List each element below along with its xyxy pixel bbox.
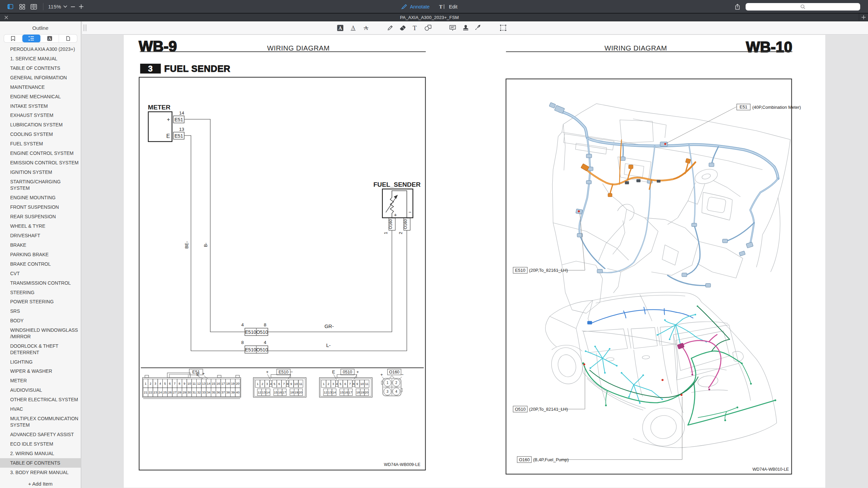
e51-mark-e: E [196,372,199,377]
callout-o160-desc: (B,4P,Fuel_Pump) [533,457,569,462]
outline-item[interactable]: ENGINE MECHANICAL [0,92,81,101]
comment-tool-icon[interactable] [448,23,458,33]
pencil-tool-icon[interactable] [385,23,395,33]
outline-item[interactable]: COOLING SYSTEM [0,130,81,139]
outline-item[interactable]: 3. BODY REPAIR MANUAL [0,468,81,477]
outline-item[interactable]: EMISSION CONTROL SYSTEM [0,158,81,168]
outline-item[interactable]: PARKING BRAKE [0,250,81,259]
add-item-label: Add Item [32,481,53,487]
pinout-pin-number: 14 [332,390,336,394]
outline-item[interactable]: DRIVESHAFT [0,231,81,240]
pinout-shape [333,374,337,380]
outline-item[interactable]: MULTIPLEX COMMUNICATION SYSTEM [0,414,81,430]
outline-item[interactable]: REAR SUSPENSION [0,212,81,221]
outline-item[interactable]: FUEL SYSTEM [0,139,81,149]
outline-item[interactable]: POWER STEERING [0,297,81,307]
tab-bookmarks[interactable] [4,35,22,42]
page-wb9[interactable]: WB-9 WIRING DIAGRAM 3 FUEL SENDER [124,35,474,488]
outline-item[interactable]: EXHAUST SYSTEM [0,111,81,120]
outline-item[interactable]: STEERING [0,288,81,297]
callout-e51: E51 (40P,Combination Meter) [666,104,801,143]
outline-item[interactable]: DOORLOCK & THEFT DETERRENT [0,341,81,357]
pinout-pin-number: 28 [178,390,181,394]
outline-item[interactable]: WHEEL & TYRE [0,221,81,231]
document-tab[interactable]: PA_AXIA_A300_2023+_FSM [0,14,859,21]
outline-item[interactable]: ENGINE CONTROL SYSTEM [0,149,81,158]
zoom-out-button[interactable] [70,0,76,13]
tab-annotations[interactable]: A [41,35,59,42]
page-wb10[interactable]: WIRING DIAGRAM WB-10 [474,35,825,488]
outline-item[interactable]: OTHER ELECTRICAL SYSTEM [0,395,81,405]
share-icon[interactable] [733,0,742,13]
outline-item[interactable]: BRAKE [0,240,81,250]
tab-pages[interactable] [59,35,77,42]
outline-item[interactable]: TABLE OF CONTENTS [0,458,81,468]
zoom-level[interactable]: 115% [48,0,61,13]
outline-item[interactable]: SRS [0,307,81,316]
outline-item[interactable]: HVAC [0,405,81,414]
stamp-tool-icon[interactable] [460,23,471,33]
outline-item[interactable]: IGNITION SYSTEM [0,168,81,177]
outline-item[interactable]: STARTING/CHARGING SYSTEM [0,177,81,193]
wire-label-b: B- [203,243,208,247]
outline-item[interactable]: TRANSMISSION CONTROL [0,278,81,288]
page-icon [66,36,70,41]
outline-item[interactable]: GENERAL INFORMATION [0,73,81,82]
thumbnail-grid-icon[interactable] [18,0,26,13]
tab-outline[interactable] [22,35,41,42]
outline-item[interactable]: METER [0,376,81,386]
pinout-pin-number: 1 [323,382,324,386]
tab-close-icon[interactable] [2,14,10,21]
outline-item[interactable]: LUBRICATION SYSTEM [0,120,81,130]
select-tool-icon[interactable] [498,23,508,33]
outline-item[interactable]: PERODUA AXIA A300 (2023+) [0,44,81,54]
zoom-menu-chevron-icon[interactable] [62,0,68,13]
junction1-left: E510 [245,329,256,335]
add-item-button[interactable]: + Add Item [0,481,81,487]
callout-o510-desc: (20P,To_82141_LH) [529,407,568,412]
outline-item[interactable]: BODY [0,316,81,326]
outline-item[interactable]: ECO IDLE SYSTEM [0,439,81,449]
text-tool-icon[interactable]: T [410,23,420,33]
outline-item[interactable]: AUDIOVISUAL [0,386,81,395]
strikethrough-tool-icon[interactable]: A [361,23,371,33]
junction2-rpin: 4 [264,340,267,345]
shapes-tool-icon[interactable] [423,23,433,33]
highlight-tool-icon[interactable]: A [335,23,345,33]
outline-item[interactable]: LIGHTING [0,357,81,367]
svg-text:A: A [338,25,342,30]
toolbar-drag-handle[interactable] [83,24,87,31]
outline-item[interactable]: INTAKE SYSTEM [0,101,81,111]
outline-item[interactable]: BRAKE CONTROL [0,259,81,269]
pinout-pin-number: 14 [266,390,270,394]
outline-item[interactable]: MAINTENANCE [0,82,81,92]
zoom-in-button[interactable] [78,0,84,13]
page-code-wb10: WB-10 [746,39,792,55]
sidebar-view-switcher: A [4,35,77,42]
outline-item[interactable]: WINDSHIELD WINDOWGLASS /MIRROR [0,326,81,342]
pinout-label: O160 [389,370,400,374]
eraser-tool-icon[interactable] [398,23,408,33]
edit-tab[interactable]: T Edit [439,0,457,13]
search-input[interactable] [746,3,860,11]
outline-item[interactable]: ENGINE MOUNTING [0,193,81,202]
outline-item[interactable]: 2. WIRING MANUAL [0,449,81,458]
annotate-tab[interactable]: Annotate [401,0,430,13]
outline-item[interactable]: ADVANCED SAFETY ASSIST [0,430,81,439]
outline-item[interactable]: WIPER & WASHER [0,367,81,376]
pinout-pin-number: 6 [278,382,280,386]
pin-mark: + [356,369,359,374]
outline-item[interactable]: TABLE OF CONTENTS [0,63,81,73]
reading-view-icon[interactable] [29,0,38,13]
meter-label: METER [148,104,171,111]
new-tab-button[interactable] [859,14,868,21]
signature-tool-icon[interactable] [473,23,483,33]
outline-item[interactable]: CVT [0,269,81,278]
outline-item[interactable]: 1. SERVICE MANUAL [0,54,81,63]
sidebar-toggle-icon[interactable] [6,0,15,13]
section-title: FUEL SENDER [164,64,230,74]
outline-item[interactable]: FRONT SUSPENSION [0,202,81,212]
pinout-pin-number: 2 [395,381,397,385]
underline-tool-icon[interactable]: A [348,23,358,33]
harness-roof-blue [590,307,693,324]
